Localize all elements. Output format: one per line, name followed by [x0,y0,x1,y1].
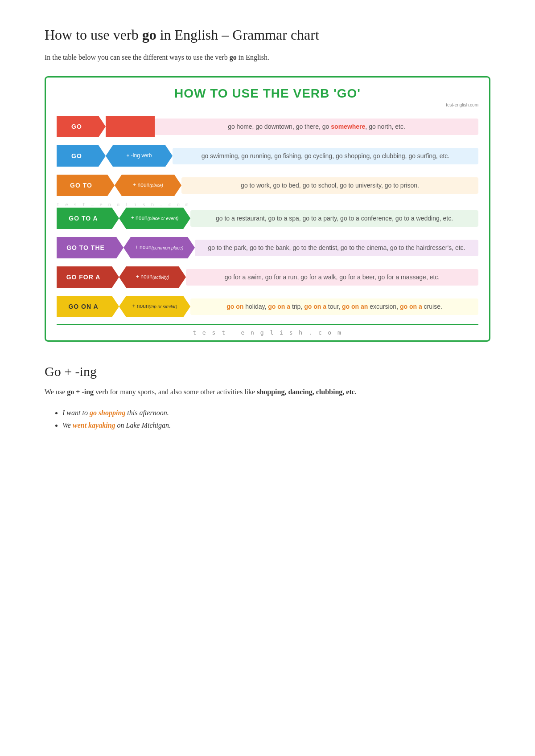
go-to-examples: go to work, go to bed, go to school, go … [181,177,478,194]
chart-subtitle: test-english.com [57,102,478,107]
go-on-a-label: GO ON A [57,296,119,317]
intro-text: In the table below you can see the diffe… [45,52,490,63]
chart-title: HOW TO USE THE VERB 'GO' [57,86,478,101]
watermark-strip: t e s t – e n g l i s h . c o m [57,203,478,206]
chart-row-go-ing: GO + -ing verb go swimming, go running, … [57,144,478,168]
go-ing-examples: go swimming, go running, go fishing, go … [173,148,478,164]
example-list: I want to go shopping this afternoon. We… [62,407,490,433]
section2-title: Go + -ing [45,364,490,379]
go-to-label: GO TO [57,175,115,196]
go-bar [106,116,155,137]
go-to-a-connector: + noun(place or event) [119,208,190,229]
chart-row-go-for-a: GO FOR A + noun(activity) go for a swim,… [57,265,478,289]
go-label: GO [57,116,106,137]
go-ing-connector: + -ing verb [106,145,173,167]
go-to-a-examples: go to a restaurant, go to a spa, go to a… [190,210,478,227]
page-title: How to use verb go in English – Grammar … [45,27,490,43]
section2-body: We use go + -ing verb for many sports, a… [45,386,490,398]
go-for-a-label: GO FOR A [57,266,119,288]
go-on-a-examples: go on holiday, go on a trip, go on a tou… [190,298,478,315]
chart-row-go-on-a: GO ON A + noun(trip or similar) go on ho… [57,294,478,319]
chart-row-go-to: GO TO + noun(place) go to work, go to be… [57,173,478,197]
go-to-connector: + noun(place) [115,175,181,196]
chart-row-go: GO go home, go downtown, go there, go so… [57,114,478,139]
go-examples: go home, go downtown, go there, go somew… [155,119,478,135]
chart-row-go-to-the: GO TO THE + noun(common place) go to the… [57,236,478,260]
example-item-2: We went kayaking on Lake Michigan. [62,419,490,432]
go-ing-label: GO [57,145,106,167]
go-for-a-examples: go for a swim, go for a run, go for a wa… [186,269,478,286]
go-to-the-label: GO TO THE [57,237,123,258]
chart-row-go-to-a: GO TO A + noun(place or event) go to a r… [57,206,478,230]
grammar-chart: HOW TO USE THE VERB 'GO' test-english.co… [45,76,490,342]
go-to-the-examples: go to the park, go to the bank, go to th… [195,240,478,256]
go-on-a-connector: + noun(trip or similar) [119,296,190,317]
go-to-a-label: GO TO A [57,208,119,229]
example-item-1: I want to go shopping this afternoon. [62,407,490,420]
go-to-the-connector: + noun(common place) [123,237,195,258]
chart-footer: t e s t – e n g l i s h . c o m [57,324,478,336]
go-for-a-connector: + noun(activity) [119,266,186,288]
